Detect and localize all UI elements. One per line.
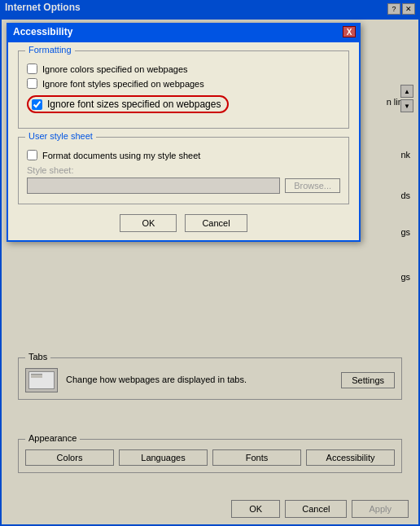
browse-button: Browse... [285, 178, 340, 193]
stylesheet-checkbox-row: Format documents using my style sheet [27, 150, 340, 160]
stylesheet-group-label: User style sheet [25, 131, 96, 141]
dialog-title: Accessibility [13, 26, 72, 37]
formatting-group-label: Formatting [25, 45, 75, 55]
dialog-buttons: OK Cancel [18, 214, 349, 232]
dialog-ok-button[interactable]: OK [120, 214, 177, 232]
format-documents-label: Format documents using my style sheet [42, 151, 200, 160]
dialog-cancel-button[interactable]: Cancel [185, 214, 247, 232]
ignore-colors-label: Ignore colors specified on webpages [42, 64, 188, 74]
stylesheet-input-row: Browse... [27, 178, 340, 194]
highlighted-row: Ignore font sizes specified on webpages [27, 95, 229, 113]
dialog-close-button[interactable]: X [343, 26, 356, 37]
ignore-colors-checkbox[interactable] [27, 64, 37, 74]
highlighted-checkbox-container: Ignore font sizes specified on webpages [27, 93, 340, 116]
stylesheet-group: User style sheet Format documents using … [18, 137, 349, 204]
ignore-font-sizes-label: Ignore font sizes specified on webpages [47, 99, 221, 110]
checkbox-row-2: Ignore font styles specified on webpages [27, 78, 340, 89]
style-sheet-label: Style sheet: [27, 165, 340, 175]
format-documents-checkbox[interactable] [27, 150, 37, 160]
ignore-font-sizes-checkbox[interactable] [32, 99, 42, 110]
checkbox-row-1: Ignore colors specified on webpages [27, 64, 340, 74]
ignore-font-styles-label: Ignore font styles specified on webpages [42, 79, 204, 89]
formatting-group: Formatting Ignore colors specified on we… [18, 50, 349, 129]
accessibility-dialog: Accessibility X Formatting Ignore colors… [7, 23, 361, 242]
ignore-font-styles-checkbox[interactable] [27, 78, 37, 89]
dialog-content: Formatting Ignore colors specified on we… [8, 42, 359, 240]
stylesheet-input[interactable] [27, 178, 280, 194]
